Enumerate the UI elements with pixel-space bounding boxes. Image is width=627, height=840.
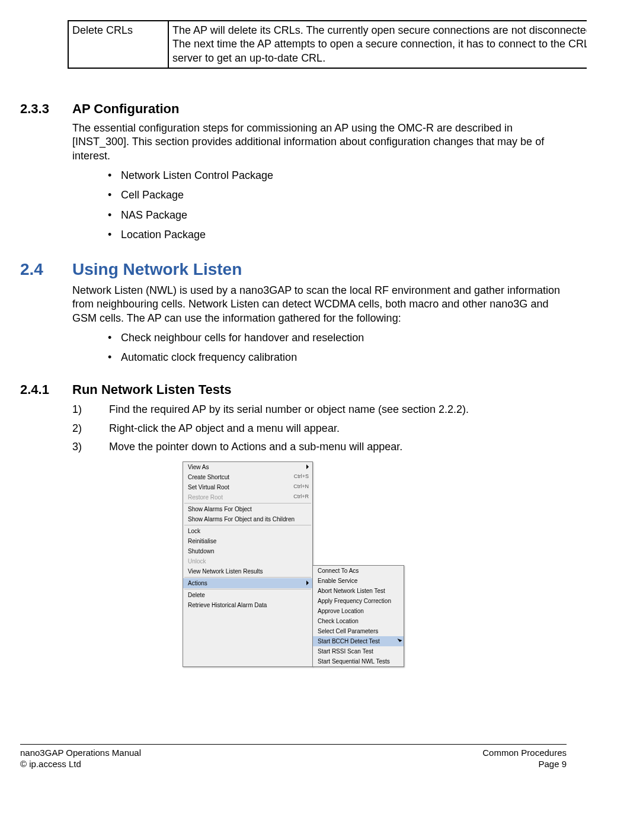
menu-item-label: View As — [188, 463, 209, 471]
footer-manual: nano3GAP Operations Manual — [20, 747, 141, 759]
menu-separator — [184, 503, 311, 504]
menu-item[interactable]: Unlock — [183, 556, 312, 566]
section-24-num: 2.4 — [20, 259, 72, 280]
menu-item-label: Approve Location — [318, 607, 364, 615]
step-num: 3) — [72, 440, 109, 454]
context-menu-figure: View AsCreate ShortcutCtrl+SSet Virtual … — [20, 461, 567, 667]
page-footer: nano3GAP Operations Manual © ip.access L… — [20, 744, 567, 770]
menu-shortcut: Ctrl+S — [294, 473, 309, 480]
menu-item-label: Select Cell Parameters — [318, 627, 378, 635]
menu-item[interactable]: Start BCCH Detect Test — [313, 636, 404, 646]
actions-submenu: Connect To AcsEnable ServiceAbort Networ… — [312, 565, 404, 667]
crl-table: Delete CRLs The AP will delete its CRLs.… — [68, 20, 587, 69]
menu-item[interactable]: Lock — [183, 526, 312, 536]
section-233-num: 2.3.3 — [20, 101, 72, 118]
menu-item-label: Unlock — [188, 557, 206, 565]
menu-item[interactable]: Retrieve Historical Alarm Data — [183, 600, 312, 610]
list-item: Automatic clock frequency calibration — [108, 351, 567, 364]
menu-item[interactable]: Shutdown — [183, 546, 312, 556]
menu-item[interactable]: View As — [183, 462, 312, 472]
menu-item[interactable]: Actions — [183, 578, 312, 588]
menu-item-label: Start Sequential NWL Tests — [318, 658, 390, 665]
menu-separator — [184, 525, 311, 525]
menu-item-label: Shutdown — [188, 547, 214, 555]
list-item: Cell Package — [108, 188, 567, 202]
menu-item[interactable]: Connect To Acs — [313, 566, 404, 576]
menu-item-label: Start RSSI Scan Test — [318, 647, 373, 655]
section-24-title: Using Network Listen — [72, 259, 242, 280]
menu-item[interactable]: View Network Listen Results — [183, 566, 312, 576]
menu-separator — [184, 577, 311, 578]
section-233-body: The essential configuration steps for co… — [72, 121, 567, 163]
chevron-right-icon — [306, 581, 309, 585]
section-241-num: 2.4.1 — [20, 381, 72, 399]
menu-item-label: View Network Listen Results — [188, 568, 263, 575]
menu-item-label: Reinitialise — [188, 537, 216, 545]
menu-item-label: Check Location — [318, 617, 359, 625]
list-item: NAS Package — [108, 209, 567, 222]
menu-item[interactable]: Set Virtual RootCtrl+N — [183, 482, 312, 492]
menu-item-label: Connect To Acs — [318, 567, 359, 575]
chevron-right-icon — [306, 464, 309, 469]
list-item: Location Package — [108, 228, 567, 242]
menu-item[interactable]: Check Location — [313, 616, 404, 626]
menu-item-label: Create Shortcut — [188, 473, 229, 481]
menu-item-label: Show Alarms For Object — [188, 505, 252, 513]
footer-section: Common Procedures — [482, 747, 567, 759]
menu-item-label: Start BCCH Detect Test — [318, 637, 380, 645]
menu-item-label: Apply Frequency Correction — [318, 597, 391, 605]
menu-item-label: Retrieve Historical Alarm Data — [188, 601, 267, 609]
menu-item[interactable]: Show Alarms For Object — [183, 504, 312, 514]
section-233-list: Network Listen Control Package Cell Pack… — [72, 169, 567, 242]
step-num: 2) — [72, 422, 109, 435]
menu-item-label: Lock — [188, 527, 200, 535]
menu-item[interactable]: Reinitialise — [183, 536, 312, 546]
menu-item-label: Restore Root — [188, 493, 223, 501]
menu-item-label: Set Virtual Root — [188, 483, 229, 491]
menu-shortcut: Ctrl+N — [293, 483, 309, 490]
menu-item-label: Show Alarms For Object and its Children — [188, 515, 295, 523]
crl-col1: Delete CRLs — [68, 21, 168, 68]
step-text: Right-click the AP object and a menu wil… — [109, 422, 340, 435]
step-text: Move the pointer down to Actions and a s… — [109, 440, 402, 454]
menu-item[interactable]: Abort Network Listen Test — [313, 586, 404, 596]
list-item: Check neighbour cells for handover and r… — [108, 331, 567, 345]
menu-shortcut: Ctrl+R — [293, 493, 309, 501]
menu-item[interactable]: Start RSSI Scan Test — [313, 646, 404, 656]
menu-item-label: Abort Network Listen Test — [318, 587, 385, 595]
menu-item[interactable]: Enable Service — [313, 576, 404, 586]
section-24-body: Network Listen (NWL) is used by a nano3G… — [72, 284, 567, 325]
menu-item[interactable]: Approve Location — [313, 606, 404, 616]
section-24-list: Check neighbour cells for handover and r… — [72, 331, 567, 365]
menu-item-label: Actions — [188, 579, 207, 587]
menu-item[interactable]: Restore RootCtrl+R — [183, 492, 312, 502]
step-text: Find the required AP by its serial numbe… — [109, 403, 469, 416]
crl-col2: The AP will delete its CRLs. The current… — [168, 21, 587, 68]
context-menu: View AsCreate ShortcutCtrl+SSet Virtual … — [183, 461, 313, 667]
menu-separator — [184, 589, 311, 589]
step-num: 1) — [72, 403, 109, 416]
section-233-title: AP Configuration — [72, 101, 179, 118]
menu-item[interactable]: Select Cell Parameters — [313, 626, 404, 636]
section-241-steps: 1)Find the required AP by its serial num… — [72, 403, 567, 454]
menu-item[interactable]: Show Alarms For Object and its Children — [183, 514, 312, 524]
section-241-title: Run Network Listen Tests — [72, 381, 232, 399]
list-item: Network Listen Control Package — [108, 169, 567, 182]
menu-item-label: Enable Service — [318, 577, 357, 585]
footer-page: Page 9 — [482, 758, 567, 770]
menu-item-label: Delete — [188, 591, 205, 599]
menu-item[interactable]: Start Sequential NWL Tests — [313, 656, 404, 666]
menu-item[interactable]: Apply Frequency Correction — [313, 596, 404, 606]
menu-item[interactable]: Delete — [183, 590, 312, 600]
footer-copyright: © ip.access Ltd — [20, 758, 141, 770]
menu-item[interactable]: Create ShortcutCtrl+S — [183, 472, 312, 482]
